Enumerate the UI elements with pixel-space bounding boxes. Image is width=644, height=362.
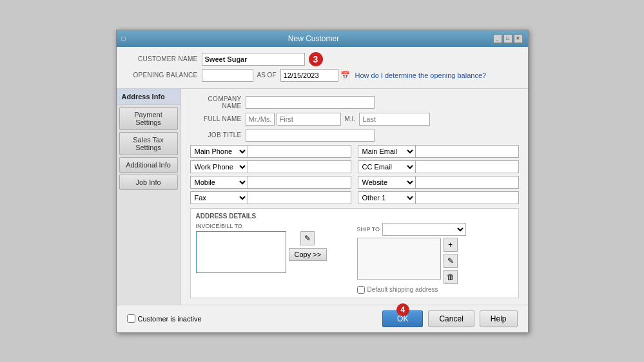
help-button[interactable]: Help xyxy=(480,310,518,327)
opening-balance-row: OPENING BALANCE AS OF 📅 How do I determi… xyxy=(127,69,518,82)
other1-select[interactable]: Other 1 xyxy=(358,191,416,204)
ship-to-select[interactable] xyxy=(382,223,466,236)
full-name-label: FULL NAME xyxy=(190,115,242,122)
footer-buttons: 4 OK Cancel Help xyxy=(382,310,517,327)
default-shipping-label: Default shipping address xyxy=(367,286,438,293)
invoice-bill-area: ✎ Copy >> xyxy=(196,231,352,273)
main-email-select[interactable]: Main Email xyxy=(358,145,416,158)
customer-name-label: CUSTOMER NAME xyxy=(127,55,198,62)
main-phone-select[interactable]: Main Phone xyxy=(190,145,248,158)
customer-name-input[interactable] xyxy=(202,53,305,66)
title-bar-system-icon: □ xyxy=(122,35,135,42)
company-name-row: COMPANY NAME xyxy=(190,95,519,110)
top-fields: CUSTOMER NAME 3 OPENING BALANCE AS OF 📅 … xyxy=(117,47,528,89)
dialog-title: New Customer xyxy=(135,34,493,43)
ship-to-label: SHIP TO xyxy=(357,226,380,233)
footer: Customer is inactive 4 OK Cancel Help xyxy=(117,305,528,332)
ship-edit-button[interactable]: ✎ xyxy=(444,254,458,268)
ship-to-label-row: SHIP TO xyxy=(357,223,513,236)
invoice-edit-button[interactable]: ✎ xyxy=(300,231,315,245)
work-phone-row: Work Phone xyxy=(190,160,351,173)
customer-inactive-label: Customer is inactive xyxy=(138,315,202,323)
invoice-btns: ✎ Copy >> xyxy=(289,231,327,261)
new-customer-dialog: □ New Customer _ □ ✕ CUSTOMER NAME 3 OPE… xyxy=(116,30,529,333)
last-name-input[interactable] xyxy=(359,113,430,126)
full-name-fields: M.I. xyxy=(246,113,431,126)
mobile-input[interactable] xyxy=(248,176,351,189)
job-title-input[interactable] xyxy=(246,129,375,142)
ship-delete-button[interactable]: 🗑 xyxy=(444,270,458,284)
job-title-label: JOB TITLE xyxy=(190,131,242,138)
main-phone-row: Main Phone xyxy=(190,145,351,158)
customer-inactive-checkbox[interactable] xyxy=(127,314,135,323)
other1-row: Other 1 xyxy=(358,191,519,204)
ship-to-area: + ✎ 🗑 xyxy=(357,238,513,284)
website-input[interactable] xyxy=(416,176,519,189)
opening-balance-label: OPENING BALANCE xyxy=(127,71,198,79)
cc-email-input[interactable] xyxy=(416,160,519,173)
maximize-button[interactable]: □ xyxy=(503,34,512,43)
company-name-input[interactable] xyxy=(246,96,375,109)
first-name-input[interactable] xyxy=(277,113,341,126)
job-title-row: JOB TITLE xyxy=(190,129,519,142)
form-area: COMPANY NAME FULL NAME M.I. JOB TITLE xyxy=(181,89,528,305)
customer-name-row: CUSTOMER NAME 3 xyxy=(127,52,518,66)
as-of-date-input[interactable] xyxy=(280,69,338,82)
fax-input[interactable] xyxy=(248,191,351,204)
ok-button[interactable]: 4 OK xyxy=(382,310,423,327)
sidebar-item-address-info[interactable]: Address Info xyxy=(117,89,181,105)
default-shipping-row: Default shipping address xyxy=(357,286,513,294)
sidebar-item-additional-info[interactable]: Additional Info xyxy=(119,157,178,173)
other1-input[interactable] xyxy=(416,191,519,204)
main-phone-input[interactable] xyxy=(248,145,351,158)
main-email-input[interactable] xyxy=(416,145,519,158)
address-cols: INVOICE/BILL TO ✎ Copy >> SHIP TO xyxy=(196,223,513,294)
title-bar: □ New Customer _ □ ✕ xyxy=(117,30,528,47)
ship-to-col: SHIP TO + ✎ 🗑 xyxy=(357,223,513,294)
cc-email-row: CC Email xyxy=(358,160,519,173)
fax-select[interactable]: Fax xyxy=(190,191,248,204)
work-phone-input[interactable] xyxy=(248,160,351,173)
ship-add-button[interactable]: + xyxy=(444,238,458,252)
invoice-bill-col: INVOICE/BILL TO ✎ Copy >> xyxy=(196,223,352,273)
website-row: Website xyxy=(358,176,519,189)
website-select[interactable]: Website xyxy=(358,176,416,189)
copy-button[interactable]: Copy >> xyxy=(289,248,327,261)
calendar-icon[interactable]: 📅 xyxy=(340,71,350,80)
invoice-bill-textarea[interactable] xyxy=(196,231,286,273)
default-shipping-checkbox[interactable] xyxy=(357,286,365,294)
mobile-select[interactable]: Mobile xyxy=(190,176,248,189)
full-name-row: FULL NAME M.I. xyxy=(190,113,519,126)
ship-to-textarea[interactable] xyxy=(357,238,441,280)
mi-label: M.I. xyxy=(345,115,356,122)
customer-inactive-row: Customer is inactive xyxy=(127,314,202,323)
cc-email-select[interactable]: CC Email xyxy=(358,160,416,173)
address-details-title: ADDRESS DETAILS xyxy=(196,213,513,220)
content-area: Address Info Payment Settings Sales Tax … xyxy=(117,89,528,305)
step3-badge: 3 xyxy=(309,52,323,66)
close-button[interactable]: ✕ xyxy=(514,34,523,43)
fax-row: Fax xyxy=(190,191,351,204)
phone-email-section: Main Phone Main Email Work Phone xyxy=(190,145,519,204)
sidebar-item-payment-settings[interactable]: Payment Settings xyxy=(119,107,178,130)
main-email-row: Main Email xyxy=(358,145,519,158)
work-phone-select[interactable]: Work Phone xyxy=(190,160,248,173)
title-bar-controls: _ □ ✕ xyxy=(493,34,523,43)
minimize-button[interactable]: _ xyxy=(493,34,502,43)
mr-ms-input[interactable] xyxy=(246,113,275,126)
mobile-row: Mobile xyxy=(190,176,351,189)
sidebar-item-sales-tax-settings[interactable]: Sales Tax Settings xyxy=(119,132,178,155)
ship-btns: + ✎ 🗑 xyxy=(444,238,458,284)
company-name-label: COMPANY NAME xyxy=(190,95,242,110)
opening-balance-input[interactable] xyxy=(202,69,253,82)
step4-badge: 4 xyxy=(396,303,409,316)
sidebar: Address Info Payment Settings Sales Tax … xyxy=(117,89,181,305)
cancel-button[interactable]: Cancel xyxy=(428,310,474,327)
invoice-bill-label: INVOICE/BILL TO xyxy=(196,223,352,229)
as-of-label: AS OF xyxy=(257,71,277,79)
sidebar-item-job-info[interactable]: Job Info xyxy=(119,175,178,190)
opening-balance-help-link[interactable]: How do I determine the opening balance? xyxy=(355,71,487,79)
address-details-section: ADDRESS DETAILS INVOICE/BILL TO ✎ Copy >… xyxy=(190,208,519,298)
